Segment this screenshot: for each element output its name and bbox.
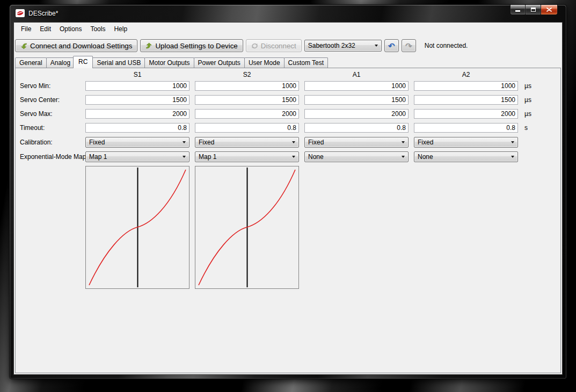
redo-button[interactable]: ↷: [402, 39, 416, 52]
exp-map-graph-s1: [85, 166, 189, 289]
chevron-down-icon: [375, 45, 378, 47]
rc-tab-panel: S1 S2 A1 A2 Servo Min: µs Servo Center: …: [15, 68, 561, 373]
timeout-label: Timeout:: [20, 124, 85, 132]
upload-settings-label: Upload Settings to Device: [155, 42, 237, 50]
connect-download-label: Connect and Download Settings: [30, 42, 132, 50]
maximize-button[interactable]: [526, 5, 541, 15]
chevron-down-icon: [402, 141, 405, 143]
client-area: File Edit Options Tools Help Connect and…: [14, 23, 562, 374]
servo-center-label: Servo Center:: [20, 96, 85, 104]
chevron-down-icon: [292, 156, 295, 158]
servo-max-s2-input[interactable]: [195, 109, 299, 119]
calibration-s2-select[interactable]: Fixed: [195, 137, 299, 148]
calibration-s1-select[interactable]: Fixed: [85, 137, 189, 148]
servo-min-label: Servo Min:: [20, 82, 85, 90]
column-header-s1: S1: [85, 71, 189, 78]
column-header-a1: A1: [304, 71, 409, 78]
device-select-value: Sabertooth 2x32: [308, 42, 355, 49]
download-arrow-icon: [20, 42, 27, 49]
timeout-a1-input[interactable]: [304, 123, 409, 133]
menu-edit[interactable]: Edit: [35, 23, 55, 35]
window-title: DEScribe*: [28, 10, 58, 17]
servo-min-a2-input[interactable]: [414, 81, 518, 91]
servo-center-unit: µs: [523, 96, 545, 104]
tab-rc[interactable]: RC: [73, 56, 93, 68]
connection-status: Not connected.: [425, 42, 468, 49]
menu-file[interactable]: File: [17, 23, 35, 35]
upload-arrow-icon: [145, 42, 152, 49]
minimize-icon: [515, 10, 520, 12]
exp-map-s2-select[interactable]: Map 1: [195, 151, 299, 162]
disconnect-label: Disconnect: [261, 42, 296, 50]
chevron-down-icon: [183, 141, 186, 143]
chevron-down-icon: [511, 156, 514, 158]
tab-serial-and-usb[interactable]: Serial and USB: [92, 57, 145, 68]
disconnect-button: Disconnect: [246, 39, 302, 52]
servo-max-label: Servo Max:: [20, 110, 85, 118]
servo-max-a1-input[interactable]: [304, 109, 409, 119]
servo-min-s1-input[interactable]: [85, 81, 189, 91]
timeout-a2-input[interactable]: [414, 123, 518, 133]
calibration-a2-select[interactable]: Fixed: [414, 137, 518, 148]
servo-max-unit: µs: [523, 110, 545, 118]
servo-center-s1-input[interactable]: [85, 95, 189, 105]
tab-power-outputs[interactable]: Power Outputs: [194, 57, 245, 68]
tab-general[interactable]: General: [15, 57, 47, 68]
exp-map-s1-select[interactable]: Map 1: [85, 151, 189, 162]
calibration-a1-select[interactable]: Fixed: [304, 137, 409, 148]
servo-center-s2-input[interactable]: [195, 95, 299, 105]
tab-strip: General Analog RC Serial and USB Motor O…: [14, 56, 562, 68]
timeout-unit: s: [523, 124, 545, 132]
tab-custom-test[interactable]: Custom Test: [284, 57, 328, 68]
tab-analog[interactable]: Analog: [46, 57, 75, 68]
column-header-a2: A2: [414, 71, 518, 78]
rc-settings-grid: S1 S2 A1 A2 Servo Min: µs Servo Center: …: [16, 68, 560, 164]
exp-map-a2-select[interactable]: None: [414, 151, 518, 162]
servo-min-unit: µs: [523, 82, 545, 90]
maximize-icon: [531, 8, 536, 12]
redo-icon: ↷: [405, 42, 412, 50]
minimize-button[interactable]: [510, 5, 526, 15]
device-select[interactable]: Sabertooth 2x32: [304, 40, 382, 52]
upload-settings-button[interactable]: Upload Settings to Device: [140, 39, 243, 52]
chevron-down-icon: [402, 156, 405, 158]
disconnect-refresh-icon: [251, 42, 258, 49]
connect-download-button[interactable]: Connect and Download Settings: [15, 39, 137, 52]
close-button[interactable]: [541, 5, 558, 15]
menu-help[interactable]: Help: [110, 23, 132, 35]
servo-min-a1-input[interactable]: [304, 81, 409, 91]
exp-map-a1-select[interactable]: None: [304, 151, 409, 162]
menu-options[interactable]: Options: [55, 23, 86, 35]
undo-button[interactable]: ↶: [384, 39, 399, 52]
app-logo-icon: [16, 9, 25, 17]
servo-center-a1-input[interactable]: [304, 95, 409, 105]
tab-user-mode[interactable]: User Mode: [244, 57, 285, 68]
close-icon: [546, 8, 552, 12]
exp-map-graph-s2: [195, 166, 299, 289]
titlebar[interactable]: DEScribe*: [10, 5, 566, 23]
servo-min-s2-input[interactable]: [195, 81, 299, 91]
column-header-s2: S2: [195, 71, 299, 78]
menu-bar: File Edit Options Tools Help: [14, 23, 562, 35]
tab-motor-outputs[interactable]: Motor Outputs: [144, 57, 194, 68]
exp-map-graphs: [85, 166, 560, 289]
timeout-s1-input[interactable]: [85, 123, 189, 133]
toolbar: Connect and Download Settings Upload Set…: [14, 35, 562, 56]
calibration-label: Calibration:: [20, 139, 85, 146]
app-window: DEScribe* File Edit Options Tools Help: [9, 4, 567, 379]
timeout-s2-input[interactable]: [195, 123, 299, 133]
servo-max-a2-input[interactable]: [414, 109, 518, 119]
undo-icon: ↶: [388, 42, 395, 50]
menu-tools[interactable]: Tools: [86, 23, 110, 35]
servo-center-a2-input[interactable]: [414, 95, 518, 105]
chevron-down-icon: [511, 141, 514, 143]
exp-mode-map-label: Exponential-Mode Map:: [20, 153, 85, 161]
chevron-down-icon: [183, 156, 186, 158]
servo-max-s1-input[interactable]: [85, 109, 189, 119]
chevron-down-icon: [292, 141, 295, 143]
